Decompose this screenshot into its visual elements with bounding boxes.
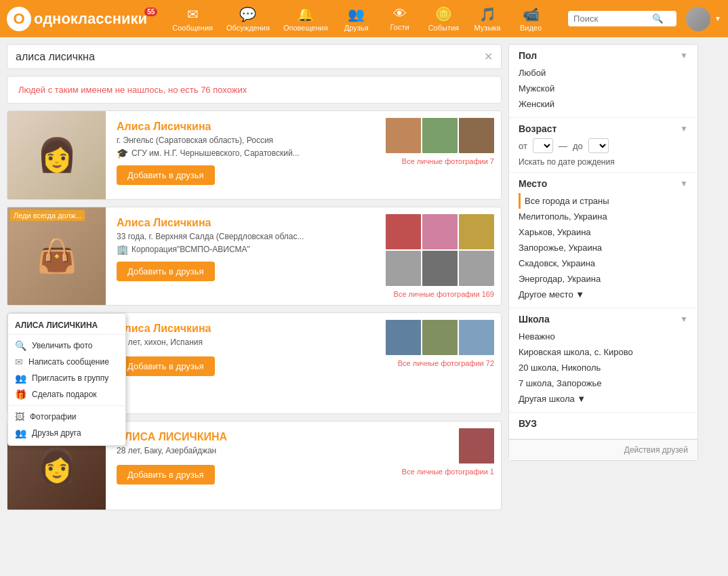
filter-place-zaporizhia[interactable]: Запорожье, Украина [519, 240, 688, 255]
filter-place-all[interactable]: Все города и страны [519, 193, 688, 209]
nav-item-music[interactable]: 🎵 Музыка [467, 3, 508, 35]
nav-item-notifications[interactable]: 🔔 Оповещения [278, 3, 333, 35]
context-menu-item-gift[interactable]: 🎁 Сделать подарок [8, 386, 125, 403]
work-icon-2: 🏢 [117, 244, 128, 255]
add-friend-button-4[interactable]: Добавить в друзья [117, 465, 215, 485]
filter-age-arrow[interactable]: ▼ [680, 124, 688, 133]
context-menu-section-2: 🖼 Фотографии 👥 Друзья друга [8, 405, 125, 441]
nav-item-friends[interactable]: 👥 Друзья [336, 3, 377, 35]
filter-place-skadovsk[interactable]: Скадовск, Украина [519, 255, 688, 271]
filter-place: Место ▼ Все города и страны Мелитополь, … [509, 173, 697, 308]
top-navigation: О одноклассники 55 ✉ Сообщения 💬 Обсужде… [0, 0, 728, 37]
photos-link-4[interactable]: Все личные фотографии 1 [402, 468, 494, 476]
photos-link-3[interactable]: Все личные фотографии 72 [398, 359, 494, 367]
result-work-2: 🏢 Корпорация"ВСМПО-АВИСМА" [117, 244, 365, 255]
birthday-link[interactable]: Искать по дате рождения [519, 157, 688, 167]
result-photos-2: Все личные фотографии 169 [376, 207, 501, 305]
nav-label-friends: Друзья [344, 24, 369, 32]
add-friend-button-3[interactable]: Добавить в друзья [117, 356, 215, 376]
search-bar-box: алиса лисичкна ✕ [7, 44, 502, 69]
logo[interactable]: О одноклассники 55 [7, 7, 163, 31]
no-result-banner: Людей с таким именем не нашлось, но есть… [7, 76, 502, 104]
nav-item-events[interactable]: 🪙 События [423, 3, 464, 35]
add-friend-button-1[interactable]: Добавить в друзья [117, 165, 215, 185]
filter-place-other[interactable]: Другое место ▼ [519, 287, 688, 302]
photo-thumb-2-4[interactable] [386, 251, 421, 286]
photos-grid-1 [386, 118, 494, 153]
filter-place-melitopol[interactable]: Мелитополь, Украина [519, 209, 688, 224]
result-name-4[interactable]: АЛИСА ЛИСИЧКИНА [117, 431, 365, 443]
photo-thumb-3-3[interactable] [459, 320, 494, 355]
nav-item-discussions[interactable]: 💬 Обсуждения [221, 3, 275, 35]
user-avatar[interactable] [686, 7, 710, 31]
nav-search-input[interactable] [573, 14, 648, 24]
age-from-select[interactable] [533, 138, 553, 153]
photo-thumb-2-2[interactable] [422, 214, 458, 249]
photo-thumb-1-1[interactable] [386, 118, 421, 153]
filter-gender-any[interactable]: Любой [519, 65, 688, 81]
filter-gender-male[interactable]: Мужской [519, 81, 688, 96]
invite-icon: 👥 [15, 373, 26, 384]
photos-link-2[interactable]: Все личные фотографии 169 [394, 290, 494, 298]
photo-thumb-2-3[interactable] [459, 214, 494, 249]
filter-gender-female[interactable]: Женский [519, 96, 688, 112]
filter-school-kirovo[interactable]: Кировская школа, с. Кирово [519, 344, 688, 360]
photo-thumb-1-3[interactable] [459, 118, 494, 153]
user-dropdown-arrow[interactable]: ▼ [714, 15, 721, 22]
filter-place-title: Место [519, 178, 547, 189]
context-menu-item-invite[interactable]: 👥 Пригласить в группу [8, 370, 125, 386]
photos-grid-4 [459, 428, 494, 464]
filter-place-arrow[interactable]: ▼ [680, 179, 688, 188]
result-name-3[interactable]: Алиса Лисичкина [117, 323, 365, 335]
result-photos-3: Все личные фотографии 72 [376, 313, 501, 413]
photo-thumb-2-1[interactable] [386, 214, 421, 249]
nav-label-video: Видео [520, 24, 542, 32]
filter-school-20[interactable]: 20 школа, Никополь [519, 360, 688, 375]
result-card-2: Леди всегда долж... 👜 Алиса Лисичкина 33… [7, 207, 502, 306]
filter-school-arrow[interactable]: ▼ [680, 314, 688, 324]
result-edu-1: СГУ им. Н.Г. Чернышевского, Саратовский.… [132, 148, 300, 158]
photos-grid-2 [382, 214, 494, 286]
photos-link-1[interactable]: Все личные фотографии 7 [402, 157, 494, 165]
search-clear-button[interactable]: ✕ [484, 50, 493, 63]
result-card-1: 👩 Алиса Лисичкина г. Энгельс (Саратовска… [7, 110, 502, 200]
filter-place-energodar[interactable]: Энергодар, Украина [519, 271, 688, 287]
age-dash: — [559, 141, 567, 151]
no-result-count: 76 [201, 85, 210, 95]
result-name-2[interactable]: Алиса Лисичкина [117, 217, 365, 229]
photo-thumb-3-1[interactable] [386, 320, 421, 355]
nav-item-video[interactable]: 📹 Видео [510, 3, 551, 35]
search-query-text: алиса лисичкна [16, 51, 484, 63]
filter-school-any[interactable]: Неважно [519, 329, 688, 344]
context-menu-item-enlarge[interactable]: 🔍 Увеличить фото [8, 337, 125, 354]
nav-search-button[interactable]: 🔍 [652, 14, 664, 24]
nav-item-guests[interactable]: 👁 Гости [380, 3, 420, 35]
photo-thumb-1-2[interactable] [422, 118, 458, 153]
filter-place-header: Место ▼ [519, 178, 688, 189]
age-to-select[interactable] [588, 138, 609, 153]
filter-school-other[interactable]: Другая школа ▼ [519, 391, 688, 407]
add-friend-button-2[interactable]: Добавить в друзья [117, 262, 215, 281]
filter-school-7[interactable]: 7 школа, Запорожье [519, 375, 688, 391]
filter-age-title: Возраст [519, 123, 557, 134]
photo-thumb-3-2[interactable] [422, 320, 458, 355]
result-name-1[interactable]: Алиса Лисичкина [117, 121, 365, 133]
context-menu-item-photos[interactable]: 🖼 Фотографии [8, 409, 125, 425]
photo-thumb-2-5[interactable] [422, 251, 458, 286]
message-icon: ✉ [15, 356, 23, 367]
context-menu-item-friends[interactable]: 👥 Друзья друга [8, 425, 125, 441]
nav-label-events: События [428, 24, 459, 32]
filter-vuz-header: ВУЗ [519, 418, 688, 429]
logo-text: одноклассники [34, 10, 147, 28]
nav-item-messages[interactable]: ✉ Сообщения [167, 3, 218, 35]
filter-school-header: Школа ▼ [519, 314, 688, 325]
photo-thumb-2-6[interactable] [459, 251, 494, 286]
filter-gender-header: Пол ▼ [519, 50, 688, 61]
filter-place-kharkov[interactable]: Харьков, Украина [519, 224, 688, 240]
result-info-2: Алиса Лисичкина 33 года, г. Верхняя Салд… [106, 207, 376, 305]
photo-thumb-4-1[interactable] [459, 428, 494, 464]
context-menu-item-message[interactable]: ✉ Написать сообщение [8, 354, 125, 370]
filter-gender-arrow[interactable]: ▼ [680, 51, 688, 60]
sidebar-panel: Пол ▼ Любой Мужской Женский Возраст ▼ от [508, 44, 698, 461]
context-menu-label-photos: Фотографии [30, 412, 77, 421]
